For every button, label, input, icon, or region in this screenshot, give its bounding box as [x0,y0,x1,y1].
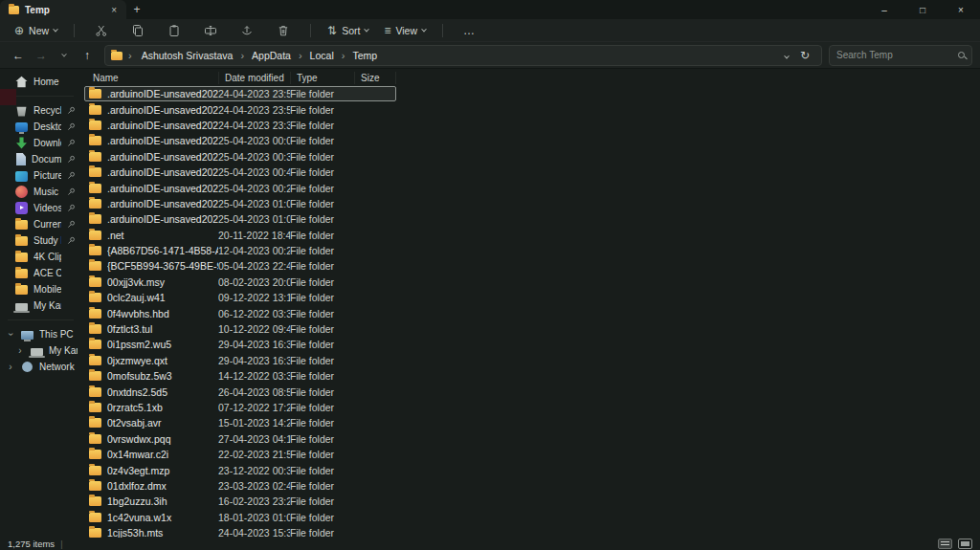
column-header-date-modified[interactable]: Date modified [219,72,291,84]
breadcrumb-label[interactable]: Local [306,49,338,62]
file-row[interactable]: .arduinoIDE-unsaved2023325-24612-163k...… [84,180,396,195]
file-row[interactable]: 0f4wvbhs.hbd 06-12-2022 03:30 File folde… [84,305,396,320]
file-row[interactable]: {BCF5B994-3675-49BE-9BB1-49946026697... … [84,258,396,274]
breadcrumb-label[interactable]: AppData [248,49,295,62]
sidebar-tree-item[interactable]: › This PC [0,326,81,342]
sidebar-item-icon [15,220,28,230]
back-button[interactable]: ← [8,46,29,65]
sidebar-item[interactable]: ACE Clips [0,265,81,281]
large-icons-view-button[interactable] [958,539,972,549]
file-date-modified: 29-04-2023 16:38 [218,339,290,350]
file-name: .arduinoIDE-unsaved2023324-20772-pirry..… [107,120,218,131]
sidebar-item-home[interactable]: Home [3,74,78,90]
chevron-expand-icon[interactable]: › [6,362,15,372]
sidebar-item-label: ACE Clips [33,268,61,278]
column-header-size[interactable]: Size [355,72,396,84]
pin-icon [67,203,76,214]
minimize-button[interactable]: – [865,0,903,19]
file-row[interactable]: .arduinoIDE-unsaved2023324-20772-pirry..… [84,118,396,133]
sidebar-item-label: Documents [32,154,61,165]
file-row[interactable]: 0vrswdwx.pqq 27-04-2023 04:14 File folde… [84,431,396,447]
folder-icon [111,52,122,60]
delete-button[interactable] [272,21,295,40]
sidebar-item-icon [21,361,33,373]
file-row[interactable]: 0rzratc5.1xb 07-12-2022 17:27 File folde… [84,400,396,415]
sidebar-item[interactable]: Pictures [0,167,81,184]
pin-icon [67,138,76,149]
up-button[interactable]: ↑ [77,46,98,65]
recent-locations-button[interactable] [54,46,75,65]
sidebar-tree-item[interactable]: › Network [0,359,81,375]
column-header-name[interactable]: ^ Name [84,72,219,84]
file-row[interactable]: 0i1pssm2.wu5 29-04-2023 16:38 File folde… [84,337,396,352]
sidebar-item[interactable]: My Kamputtar (C:) [0,297,81,314]
restore-button[interactable]: □ [903,0,942,19]
file-row[interactable]: .arduinoIDE-unsaved2023325-20864-1cqi...… [84,149,396,165]
file-row[interactable]: 1bg2uzzu.3ih 16-02-2023 23:21 File folde… [84,494,396,509]
file-row[interactable]: 0mofsubz.5w3 14-12-2022 03:39 File folde… [84,368,396,384]
chevron-expand-icon[interactable]: › [15,345,25,356]
file-row[interactable]: 0fztlct3.tul 10-12-2022 09:45 File folde… [84,321,396,337]
file-row[interactable]: .net 20-11-2022 18:48 File folder [84,228,396,243]
sidebar-item[interactable]: Downloads [0,135,81,151]
breadcrumb-label[interactable]: Ashutosh Srivastava [138,49,237,62]
see-more-button[interactable]: … [458,21,480,40]
paste-button[interactable] [163,21,186,40]
sidebar-tree-item[interactable]: › My Kamputtar (C: [0,342,81,359]
sidebar-item-icon [15,269,28,278]
copy-button[interactable] [126,21,149,40]
new-button[interactable]: ⊕ New [8,22,64,39]
sidebar-item[interactable]: Music [0,184,81,200]
sidebar-item[interactable]: Study Material [0,232,81,249]
file-row[interactable]: {A8B67D56-1471-4B58-A69F-EB98461055... 1… [84,243,396,258]
breadcrumb-label[interactable]: Temp [348,49,381,62]
address-dropdown-button[interactable] [779,50,794,61]
file-row[interactable]: .arduinoIDE-unsaved2023325-25648-aw6... … [84,196,396,211]
search-input[interactable] [836,50,953,60]
tab-close-icon[interactable]: × [107,5,121,15]
file-row[interactable]: 01dxlfoz.dmx 23-03-2023 02:45 File folde… [84,478,396,494]
file-row[interactable]: 0z4v3egt.mzp 23-12-2022 00:34 File folde… [84,462,396,477]
file-row[interactable]: .arduinoIDE-unsaved2023325-9876-1p6g... … [84,133,396,148]
file-date-modified: 25-04-2023 00:20 [218,183,290,194]
new-tab-button[interactable]: + [126,0,147,19]
file-row[interactable]: .arduinoIDE-unsaved2023325-27536-nwy... … [84,211,396,227]
new-icon: ⊕ [14,25,24,36]
breadcrumb-bar[interactable]: › Ashutosh Srivastava › AppData › Local … [104,45,822,66]
file-row[interactable]: 1c42vuna.w1x 18-01-2023 01:02 File folde… [84,510,396,525]
file-row[interactable]: .arduinoIDE-unsaved2023324-20772-1bx0...… [84,86,396,101]
status-divider: | [60,539,62,549]
sort-button[interactable]: ⇅ Sort [321,22,375,39]
file-row[interactable]: 1cjjs53h.mts 24-04-2023 15:34 File folde… [84,525,396,538]
sidebar-item[interactable]: Documents [0,151,81,167]
file-row[interactable]: 0t2vsabj.avr 15-01-2023 14:22 File folde… [84,415,396,430]
items-count: 1,275 items [8,539,55,549]
file-row[interactable]: .arduinoIDE-unsaved2023324-20772-hed... … [84,101,396,117]
refresh-button[interactable]: ↻ [798,49,815,62]
file-name: {A8B67D56-1471-4B58-A69F-EB98461055... [107,245,218,256]
cut-button[interactable] [90,21,113,40]
sidebar-item[interactable]: Current Works [0,216,81,232]
forward-button[interactable]: → [31,46,52,65]
sidebar-item[interactable]: Videos [0,200,81,216]
view-button[interactable]: ≡ View [377,22,433,39]
file-type: File folder [290,323,354,335]
explorer-tab-temp[interactable]: Temp × [0,0,126,19]
file-row[interactable]: 0jxzmwye.qxt 29-04-2023 16:38 File folde… [84,353,396,368]
file-row[interactable]: 0x14mwar.c2i 22-02-2023 21:55 File folde… [84,447,396,462]
sidebar-item[interactable]: 4K Clips [0,249,81,265]
close-button[interactable]: × [942,0,980,19]
rename-button[interactable] [199,21,222,40]
column-header-type[interactable]: Type [291,72,355,84]
file-type: File folder [290,308,354,319]
sidebar-item[interactable]: Mobile Application [0,281,81,297]
details-view-button[interactable] [938,539,952,549]
sidebar-item[interactable]: Desktop [0,119,81,135]
file-row[interactable]: 0clc2auj.w41 09-12-2022 13:14 File folde… [84,290,396,305]
file-row[interactable]: 0nxtdns2.5d5 26-04-2023 08:50 File folde… [84,384,396,399]
share-button[interactable] [235,21,258,40]
sidebar-divider [8,96,74,97]
chevron-expand-icon[interactable]: › [6,330,16,340]
file-row[interactable]: .arduinoIDE-unsaved2023325-20864-1ljoc..… [84,165,396,180]
file-row[interactable]: 00xjj3vk.msy 08-02-2023 20:02 File folde… [84,275,396,290]
